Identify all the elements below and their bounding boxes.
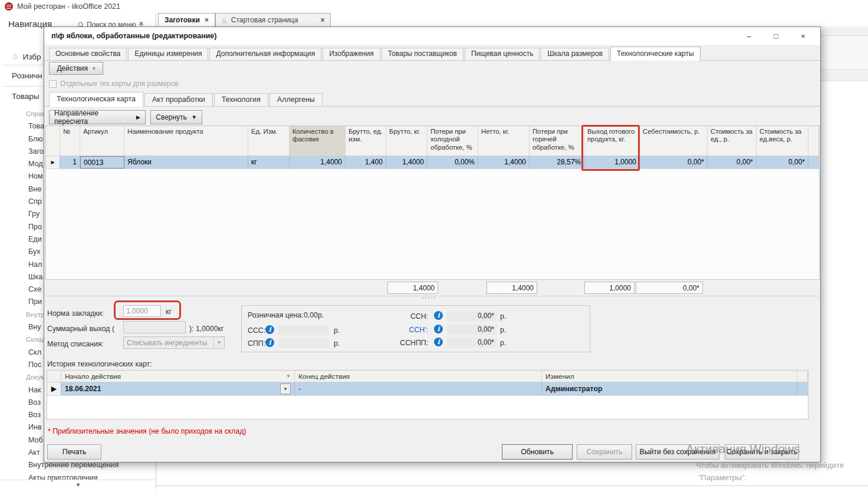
- history-col-start[interactable]: Начало действия ▼: [61, 371, 295, 382]
- close-button[interactable]: ×: [790, 32, 817, 41]
- close-icon[interactable]: ×: [205, 16, 209, 24]
- tab-allergens[interactable]: Аллергены: [269, 93, 323, 106]
- cell-unit[interactable]: кг: [248, 156, 290, 168]
- actions-button[interactable]: Действия ▾: [49, 62, 103, 75]
- table-row[interactable]: ▶ 1 00013 Яблоки кг 1,4000 1,400 1,4000 …: [46, 156, 819, 169]
- cell-netto-kg[interactable]: 1,4000: [478, 156, 530, 168]
- cell-number[interactable]: 1: [60, 156, 80, 168]
- exit-without-saving-button[interactable]: Выйти без сохранения: [636, 444, 719, 460]
- separate-techcards-label: Отдельные тех.карты для размеров: [60, 80, 179, 88]
- col-cost[interactable]: Себестоимость, р.: [640, 126, 708, 156]
- row-marker-icon: ▶: [47, 382, 61, 395]
- tab-units[interactable]: Единицы измерения: [128, 48, 208, 60]
- tab-start-page[interactable]: ⌂ Стартовая страница ×: [215, 13, 331, 27]
- minimize-button[interactable]: –: [735, 32, 762, 41]
- col-netto-kg[interactable]: Нетто, кг.: [478, 126, 530, 156]
- splitter-handle[interactable]: ·····: [422, 293, 436, 302]
- col-product-name[interactable]: Наименование продукта: [124, 126, 248, 156]
- col-unit[interactable]: Ед. Изм.: [248, 126, 290, 156]
- col-brutto-unit[interactable]: Брутто, ед. изм.: [346, 126, 386, 156]
- history-col-user[interactable]: Изменил: [542, 371, 797, 382]
- info-icon[interactable]: i: [434, 325, 443, 333]
- dialog-title: п\ф яблоки, обработанные (редактирование…: [51, 32, 217, 40]
- cell-cost-per-unit[interactable]: 0,00*: [708, 156, 757, 168]
- tab-zagotovki[interactable]: Заготовки ×: [158, 13, 215, 27]
- save-button[interactable]: Сохранить: [577, 444, 632, 460]
- info-icon[interactable]: i: [434, 338, 443, 346]
- cell-output-kg[interactable]: 1,0000: [584, 156, 640, 168]
- chevron-down-icon: ▼: [283, 386, 288, 392]
- cell-hot-loss[interactable]: 28,57%: [530, 156, 584, 168]
- star-icon: ☆: [12, 52, 19, 61]
- cell-qty-per-pack[interactable]: 1,4000: [290, 156, 346, 168]
- nav-group-favorites[interactable]: ☆Избр: [12, 52, 41, 61]
- tab-additional-info[interactable]: Дополнительная информация: [209, 48, 321, 60]
- table-header-row: № Артикул Наименование продукта Ед. Изм.…: [46, 126, 819, 156]
- total-cost: 0,00*: [636, 282, 703, 294]
- cell-brutto-unit[interactable]: 1,400: [346, 156, 386, 168]
- nav-group-goods[interactable]: Товары: [12, 92, 39, 101]
- col-cost-per-unit[interactable]: Стоимость за ед., р.: [708, 126, 757, 156]
- ccc-unit: р.: [334, 326, 340, 335]
- col-brutto-kg[interactable]: Брутто, кг.: [386, 126, 428, 156]
- approx-values-warning: * Приблизительные значения (не было прих…: [48, 427, 246, 435]
- tab-supplier-goods[interactable]: Товары поставщиков: [382, 48, 463, 60]
- save-and-close-button[interactable]: Сохранить и закрыть: [725, 444, 799, 460]
- separate-techcards-checkbox[interactable]: Отдельные тех.карты для размеров: [49, 80, 179, 88]
- history-table: Начало действия ▼ Конец действия Изменил…: [47, 370, 808, 419]
- row-filler: [808, 156, 819, 168]
- recalc-direction-button[interactable]: Направление пересчета ▶: [49, 110, 146, 124]
- cell-brutto-kg[interactable]: 1,4000: [386, 156, 428, 168]
- close-icon[interactable]: ×: [320, 16, 324, 24]
- history-cell-user[interactable]: Администратор: [542, 382, 797, 395]
- total-output-input[interactable]: [123, 321, 186, 333]
- cell-cost-per-weight[interactable]: 0,00*: [757, 156, 808, 168]
- cpp-value: [278, 338, 329, 348]
- norma-input[interactable]: [123, 305, 161, 317]
- tab-technology[interactable]: Технология: [214, 93, 268, 106]
- history-col-end[interactable]: Конец действия: [295, 371, 542, 382]
- history-row[interactable]: ▶ 18.06.2021 ▼ - Администратор: [47, 382, 808, 396]
- cell-cold-loss[interactable]: 0,00%: [428, 156, 478, 168]
- collapse-button[interactable]: Свернуть ▼: [150, 110, 202, 124]
- total-output-label: Суммарный выход (: [47, 325, 114, 333]
- app-title: Мой ресторан - iikoOffice 2021: [17, 2, 120, 11]
- col-article[interactable]: Артикул: [80, 126, 124, 156]
- history-col-start-label: Начало действия: [65, 372, 121, 381]
- ccn-value: 0,00*: [447, 311, 497, 321]
- ccc-label: ССС:: [248, 326, 265, 335]
- tab-tech-card[interactable]: Технологическая карта: [49, 92, 143, 107]
- history-cell-start[interactable]: 18.06.2021 ▼: [61, 382, 295, 395]
- cell-cost[interactable]: 0,00*: [640, 156, 708, 168]
- norma-label: Норма закладки:: [47, 309, 104, 318]
- tab-size-scale[interactable]: Шкала размеров: [541, 48, 609, 60]
- cell-product-name[interactable]: Яблоки: [124, 156, 248, 168]
- writeoff-method-select[interactable]: Списывать ингредиенты ▼: [123, 336, 225, 349]
- info-icon[interactable]: i: [265, 325, 274, 334]
- print-button[interactable]: Печать: [47, 444, 101, 460]
- date-dropdown-button[interactable]: ▼: [280, 384, 291, 394]
- col-cost-per-weight[interactable]: Стоимость за ед.веса, р.: [757, 126, 808, 156]
- col-cold-loss[interactable]: Потери при холодной обработке, %: [428, 126, 478, 156]
- maximize-button[interactable]: □: [762, 32, 790, 41]
- info-icon[interactable]: i: [265, 338, 274, 347]
- cell-article[interactable]: 00013: [80, 156, 124, 168]
- col-hot-loss[interactable]: Потери при горячей обработке, %: [530, 126, 584, 156]
- col-qty-per-pack[interactable]: Количество в фасовке: [290, 126, 346, 156]
- tab-images[interactable]: Изображения: [323, 48, 380, 60]
- ccn-prime-link[interactable]: ССН':: [389, 326, 428, 334]
- tab-act-prorabotki[interactable]: Акт проработки: [144, 93, 213, 106]
- info-icon[interactable]: i: [434, 311, 443, 320]
- tab-tech-cards[interactable]: Технологические карты: [610, 47, 701, 61]
- chevron-down-icon: ▼: [75, 482, 81, 488]
- tab-nutrition[interactable]: Пищевая ценность: [465, 48, 540, 60]
- col-output-kg[interactable]: Выход готового продукта, кг.: [584, 126, 640, 156]
- history-cell-end[interactable]: -: [295, 382, 542, 395]
- tab-main-properties[interactable]: Основные свойства: [49, 48, 127, 60]
- nav-group-retail[interactable]: Розничн: [12, 71, 42, 80]
- nav-scroll-down[interactable]: ▼: [0, 480, 156, 488]
- col-number[interactable]: №: [60, 126, 80, 156]
- history-row-filler: [797, 382, 808, 395]
- filter-icon[interactable]: ▼: [286, 374, 291, 379]
- refresh-button[interactable]: Обновить: [502, 444, 573, 460]
